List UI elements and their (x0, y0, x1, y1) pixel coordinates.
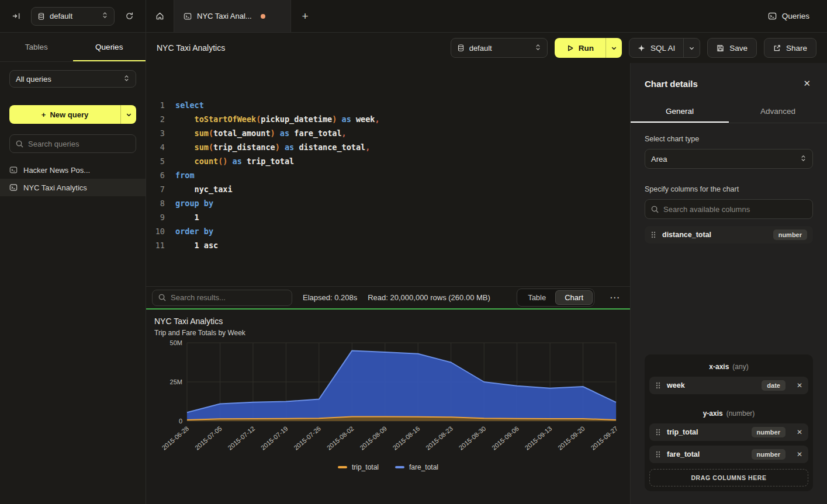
code-text: select (175, 98, 204, 112)
code-line[interactable]: 2 toStartOfWeek(pickup_datetime) as week… (146, 112, 630, 126)
topbar-right: Queries (761, 0, 827, 32)
results-toolbar: Elapsed: 0.208s Read: 20,000,000 rows (2… (146, 286, 630, 308)
refresh-icon (125, 12, 134, 20)
code-line[interactable]: 9 1 (146, 210, 630, 224)
search-columns-input[interactable] (663, 205, 807, 214)
svg-text:2015-08-16: 2015-08-16 (392, 425, 421, 451)
search-icon (16, 140, 23, 148)
share-button[interactable]: Share (764, 38, 816, 58)
queries-filter-select[interactable]: All queries (9, 70, 136, 88)
search-results-box (152, 290, 292, 306)
tab-strip: NYC Taxi Anal... + (146, 0, 319, 32)
sidebar: Tables Queries All queries + New query (0, 33, 146, 504)
new-query-label: New query (50, 110, 88, 119)
svg-text:2015-06-28: 2015-06-28 (160, 425, 190, 451)
chevron-down-icon (611, 45, 617, 51)
x-axis-heading: x-axis (any) (649, 363, 808, 371)
remove-column-button[interactable]: ✕ (797, 450, 802, 458)
sql-ai-label: SQL AI (650, 44, 675, 53)
search-queries-input[interactable] (28, 140, 130, 148)
read-text: Read: 20,000,000 rows (260.00 MB) (368, 293, 490, 302)
line-number: 2 (146, 112, 165, 126)
svg-text:2015-08-23: 2015-08-23 (424, 425, 454, 451)
code-line[interactable]: 4 sum(trip_distance) as distance_total, (146, 140, 630, 154)
column-type-badge: number (752, 449, 786, 460)
y-axis-hint: (number) (726, 409, 755, 418)
sql-editor[interactable]: 1select2 toStartOfWeek(pickup_datetime) … (146, 63, 630, 286)
remove-column-button[interactable]: ✕ (797, 428, 802, 436)
remove-column-button[interactable]: ✕ (797, 381, 802, 390)
area-chart[interactable]: 025M50M2015-06-282015-07-052015-07-12201… (154, 339, 622, 463)
code-line[interactable]: 3 sum(total_amount) as fare_total, (146, 126, 630, 140)
new-query-chevron[interactable] (121, 105, 136, 124)
legend-item[interactable]: trip_total (338, 463, 379, 471)
search-icon (651, 206, 659, 213)
code-text: 1 (175, 210, 199, 224)
drag-handle-icon (655, 428, 661, 436)
column-type-badge: date (762, 380, 786, 391)
line-number: 11 (146, 238, 165, 252)
chart-type-value: Area (651, 155, 667, 164)
column-name: fare_total (667, 450, 700, 458)
panel-tab-general[interactable]: General (631, 99, 729, 123)
line-number: 7 (146, 182, 165, 196)
collapse-sidebar-icon (12, 12, 20, 20)
sidebar-tab-queries[interactable]: Queries (73, 33, 146, 61)
svg-text:2015-09-20: 2015-09-20 (556, 425, 586, 451)
svg-text:0: 0 (179, 418, 182, 425)
database-selector[interactable]: default (31, 7, 115, 26)
code-line[interactable]: 1select (146, 98, 630, 112)
close-panel-button[interactable]: ✕ (801, 77, 813, 90)
legend-item[interactable]: fare_total (395, 463, 438, 471)
columns-label: Specify columns for the chart (645, 185, 813, 193)
svg-text:25M: 25M (170, 378, 182, 385)
query-item-nyc-taxi[interactable]: NYC Taxi Analytics (0, 179, 146, 196)
line-number: 8 (146, 196, 165, 210)
close-icon: ✕ (803, 78, 811, 88)
y-axis-item-fare-total[interactable]: fare_total number ✕ (649, 446, 808, 463)
header-database-selector[interactable]: default (451, 38, 548, 58)
x-axis-item-week[interactable]: week date ✕ (649, 377, 808, 394)
sql-ai-chevron[interactable] (684, 39, 700, 57)
home-tab[interactable] (146, 0, 174, 32)
chart-type-select[interactable]: Area (645, 149, 813, 169)
search-results-input[interactable] (171, 293, 286, 302)
drag-handle-icon (655, 450, 661, 458)
code-line[interactable]: 6from (146, 168, 630, 182)
query-item-hacker-news[interactable]: Hacker News Pos... (0, 161, 146, 179)
sidebar-tab-tables[interactable]: Tables (0, 33, 73, 61)
chart-title: NYC Taxi Analytics (154, 317, 622, 326)
more-options-button[interactable]: ⋯ (605, 291, 624, 304)
queries-icon (768, 12, 777, 20)
selector-chevrons-icon (123, 75, 130, 84)
plus-icon: + (41, 110, 46, 119)
new-tab-button[interactable]: + (291, 0, 319, 32)
toggle-chart[interactable]: Chart (555, 290, 593, 305)
available-column-distance-total[interactable]: distance_total number (645, 226, 813, 244)
code-line[interactable]: 7 nyc_taxi (146, 182, 630, 196)
selector-chevrons-icon (800, 155, 807, 164)
code-line[interactable]: 11 1 asc (146, 238, 630, 252)
toggle-table[interactable]: Table (518, 290, 555, 305)
database-icon (37, 12, 45, 20)
run-button[interactable]: Run (555, 38, 622, 58)
panel-tab-advanced[interactable]: Advanced (729, 99, 827, 123)
main-area: 1select2 toStartOfWeek(pickup_datetime) … (146, 63, 630, 504)
new-query-button[interactable]: + New query (9, 105, 136, 124)
save-button[interactable]: Save (707, 38, 757, 58)
run-options-chevron[interactable] (606, 38, 622, 58)
sql-ai-button[interactable]: SQL AI (629, 38, 700, 58)
svg-text:2015-08-02: 2015-08-02 (326, 425, 355, 451)
drop-zone[interactable]: DRAG COLUMNS HERE (649, 469, 808, 486)
queries-button[interactable]: Queries (761, 8, 816, 25)
collapse-sidebar-button[interactable] (8, 8, 24, 24)
code-line[interactable]: 8group by (146, 196, 630, 210)
code-line[interactable]: 10order by (146, 224, 630, 238)
code-lines: 1select2 toStartOfWeek(pickup_datetime) … (146, 98, 630, 252)
active-query-tab[interactable]: NYC Taxi Anal... (174, 0, 291, 32)
refresh-button[interactable] (122, 8, 137, 24)
y-axis-item-trip-total[interactable]: trip_total number ✕ (649, 423, 808, 441)
plus-icon: + (302, 10, 308, 23)
code-line[interactable]: 5 count() as trip_total (146, 154, 630, 168)
header-database-name: default (469, 44, 492, 53)
